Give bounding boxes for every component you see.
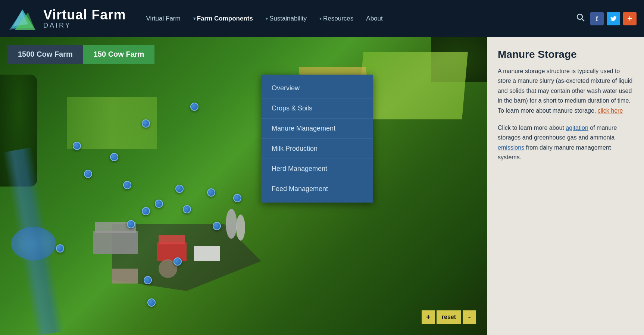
map-dot-17[interactable] xyxy=(144,276,152,284)
right-panel: Manure Storage A manure storage structur… xyxy=(487,37,644,335)
zoom-in-button[interactable]: + xyxy=(422,310,435,324)
farm-150-button[interactable]: 150 Cow Farm xyxy=(83,45,155,64)
map-dot-6[interactable] xyxy=(123,181,131,189)
map-dot-13[interactable] xyxy=(127,220,135,228)
svg-point-5 xyxy=(577,14,582,19)
map-dot-3[interactable] xyxy=(73,142,81,150)
dropdown-item-milk-production[interactable]: Milk Production xyxy=(261,139,373,159)
header: Virtual Farm DAIRY Virtual Farm ▾ Farm C… xyxy=(0,0,644,37)
main-content: 1500 Cow Farm 150 Cow Farm + reset - O xyxy=(0,37,644,335)
nav-actions: f + xyxy=(574,11,637,26)
dropdown-item-herd-management[interactable]: Herd Management xyxy=(261,159,373,179)
map-dot-18[interactable] xyxy=(147,298,156,307)
zoom-controls: + reset - xyxy=(422,310,476,324)
map-dot-2[interactable] xyxy=(142,119,150,128)
map-dot-12[interactable] xyxy=(142,207,150,215)
logo-area: Virtual Farm DAIRY xyxy=(7,6,126,32)
panel-paragraph-1: A manure storage structure is typically … xyxy=(498,66,634,116)
farm-1500-button[interactable]: 1500 Cow Farm xyxy=(7,45,83,64)
farm-toggle: 1500 Cow Farm 150 Cow Farm xyxy=(7,45,154,64)
map-dot-7[interactable] xyxy=(175,185,184,193)
facebook-button[interactable]: f xyxy=(590,12,604,25)
plus-button[interactable]: + xyxy=(623,12,637,25)
dropdown-menu: Overview Crops & Soils Manure Management… xyxy=(261,75,373,203)
dropdown-item-crops-soils[interactable]: Crops & Soils xyxy=(261,98,373,119)
map-dot-16[interactable] xyxy=(173,257,182,266)
search-button[interactable] xyxy=(574,11,587,26)
dropdown-item-overview[interactable]: Overview xyxy=(261,78,373,98)
map-dot-11[interactable] xyxy=(183,205,191,213)
twitter-button[interactable] xyxy=(607,12,620,25)
map-dot-9[interactable] xyxy=(233,194,241,202)
zoom-out-button[interactable]: - xyxy=(463,310,476,324)
field-1 xyxy=(357,52,468,119)
nav-item-about[interactable]: About xyxy=(361,12,388,25)
map-area: 1500 Cow Farm 150 Cow Farm + reset - xyxy=(0,37,487,335)
click-here-link[interactable]: click here xyxy=(598,107,623,114)
agitation-link[interactable]: agitation xyxy=(566,125,588,131)
map-dot-1[interactable] xyxy=(190,103,198,111)
map-dot-5[interactable] xyxy=(84,170,92,178)
nav-item-resources[interactable]: ▾ Resources xyxy=(314,12,359,25)
main-nav: Virtual Farm ▾ Farm Components ▾ Sustain… xyxy=(141,12,574,25)
map-dot-10[interactable] xyxy=(155,200,163,208)
map-dot-15[interactable] xyxy=(56,244,64,253)
farm-components-dropdown: Overview Crops & Soils Manure Management… xyxy=(261,75,373,203)
chevron-resources-icon: ▾ xyxy=(319,16,322,21)
logo-text: Virtual Farm DAIRY xyxy=(43,8,126,29)
logo-main: Virtual Farm xyxy=(43,8,126,22)
panel-paragraph-2: Click to learn more about agitation of m… xyxy=(498,123,634,163)
nav-item-farm-components[interactable]: ▾ Farm Components xyxy=(188,12,258,25)
chevron-sustainability-icon: ▾ xyxy=(266,16,268,21)
map-dot-14[interactable] xyxy=(213,222,221,230)
zoom-reset-button[interactable]: reset xyxy=(437,310,461,324)
panel-title: Manure Storage xyxy=(498,48,634,60)
nav-item-virtual-farm[interactable]: Virtual Farm xyxy=(141,12,185,25)
logo-sub: DAIRY xyxy=(43,22,126,29)
emissions-link[interactable]: emissions xyxy=(498,144,524,151)
dropdown-item-feed-management[interactable]: Feed Management xyxy=(261,179,373,199)
chevron-farm-components-icon: ▾ xyxy=(193,16,196,21)
map-dot-8[interactable] xyxy=(207,188,215,197)
logo-icon xyxy=(7,6,37,32)
nav-item-sustainability[interactable]: ▾ Sustainability xyxy=(260,12,312,25)
map-dot-4[interactable] xyxy=(110,153,118,161)
dropdown-item-manure-management[interactable]: Manure Management xyxy=(261,119,373,139)
svg-line-6 xyxy=(582,19,584,21)
